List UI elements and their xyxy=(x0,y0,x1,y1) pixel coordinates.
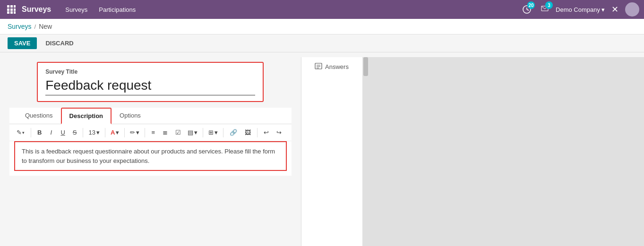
nav-surveys[interactable]: Surveys xyxy=(60,4,92,15)
company-dropdown-icon: ▾ xyxy=(601,6,605,13)
strikethrough-button[interactable]: S xyxy=(69,127,80,138)
scrollbar[interactable] xyxy=(362,57,644,246)
svg-rect-6 xyxy=(7,11,9,14)
font-color-dropdown-icon: ▾ xyxy=(116,129,119,136)
svg-rect-2 xyxy=(14,5,16,8)
nav-participations[interactable]: Participations xyxy=(94,4,140,15)
table-dropdown[interactable]: ⊞ ▾ xyxy=(206,127,220,137)
answers-label: Answers xyxy=(325,63,349,70)
italic-button[interactable]: I xyxy=(46,127,56,138)
form-area: Survey Title Questions Description Optio… xyxy=(0,57,301,246)
font-size-dropdown[interactable]: 13 ▾ xyxy=(86,127,102,137)
breadcrumb-separator: / xyxy=(34,23,36,30)
message-badge-button[interactable]: 3 xyxy=(538,2,552,17)
toolbar-separator-6 xyxy=(203,128,203,137)
highlight-dropdown-icon: ▾ xyxy=(136,129,139,136)
toolbar-separator-4 xyxy=(124,128,125,137)
tab-options[interactable]: Options xyxy=(112,108,149,124)
main-content: Survey Title Questions Description Optio… xyxy=(0,52,644,246)
top-navigation: Surveys Surveys Participations 20 3 Demo… xyxy=(0,0,644,19)
survey-title-card: Survey Title xyxy=(37,62,264,102)
redo-button[interactable]: ↪ xyxy=(273,127,285,138)
alignment-dropdown[interactable]: ▤ ▾ xyxy=(185,127,200,137)
toolbar-separator-8 xyxy=(257,128,258,137)
discard-button[interactable]: DISCARD xyxy=(41,37,78,49)
svg-rect-4 xyxy=(10,8,13,11)
user-avatar[interactable] xyxy=(625,2,639,17)
editor-text: This is a feedback request questionnaire… xyxy=(22,148,275,164)
font-color-icon: A xyxy=(111,129,115,136)
save-button[interactable]: SAVE xyxy=(8,37,37,49)
close-button[interactable]: ✕ xyxy=(609,3,621,16)
company-name: Demo Company xyxy=(556,6,600,13)
ordered-list-button[interactable]: ≣ xyxy=(159,127,171,138)
highlight-color-dropdown[interactable]: ✏ ▾ xyxy=(128,127,142,137)
svg-rect-5 xyxy=(14,8,16,11)
svg-line-11 xyxy=(527,9,529,10)
toolbar-separator-5 xyxy=(145,128,145,137)
checkbox-button[interactable]: ☑ xyxy=(172,127,184,138)
breadcrumb-link[interactable]: Surveys xyxy=(8,23,32,30)
toolbar-separator-1 xyxy=(31,128,31,137)
align-dropdown-icon: ▾ xyxy=(194,129,197,136)
svg-rect-1 xyxy=(10,5,13,8)
svg-rect-3 xyxy=(7,8,9,11)
tab-description[interactable]: Description xyxy=(61,108,112,124)
message-badge-count: 3 xyxy=(545,1,553,9)
table-dropdown-icon: ▾ xyxy=(215,129,218,136)
company-selector[interactable]: Demo Company ▾ xyxy=(556,6,605,13)
clock-badge-count: 20 xyxy=(527,1,535,9)
survey-title-label: Survey Title xyxy=(45,68,255,75)
answers-icon xyxy=(315,63,322,70)
svg-rect-8 xyxy=(14,11,16,14)
link-button[interactable]: 🔗 xyxy=(226,127,240,138)
format-brush-button[interactable]: ✎▾ xyxy=(13,127,28,138)
app-title: Surveys xyxy=(22,5,51,14)
svg-rect-0 xyxy=(7,5,9,8)
table-icon: ⊞ xyxy=(208,129,214,136)
toolbar-separator-3 xyxy=(105,128,105,137)
undo-button[interactable]: ↩ xyxy=(260,127,272,138)
scrollbar-thumb[interactable] xyxy=(363,57,368,76)
breadcrumb: Surveys / New xyxy=(0,19,644,34)
align-icon: ▤ xyxy=(188,129,193,136)
tabs-container: Questions Description Options ✎▾ B I U S xyxy=(9,108,292,176)
nav-menu: Surveys Participations xyxy=(60,4,140,15)
font-size-dropdown-icon: ▾ xyxy=(96,129,100,136)
svg-point-12 xyxy=(630,5,635,10)
action-bar: SAVE DISCARD xyxy=(0,34,644,52)
svg-rect-7 xyxy=(10,11,13,14)
tabs-row: Questions Description Options xyxy=(9,108,292,124)
font-color-dropdown[interactable]: A ▾ xyxy=(108,127,121,137)
grid-menu-icon[interactable] xyxy=(5,3,18,16)
bold-button[interactable]: B xyxy=(34,127,45,138)
image-button[interactable]: 🖼 xyxy=(241,127,254,138)
editor-toolbar: ✎▾ B I U S 13 ▾ A ▾ ✏ ▾ xyxy=(9,124,292,141)
toolbar-separator-2 xyxy=(83,128,83,137)
pencil-icon: ✏ xyxy=(130,129,135,136)
clock-badge-button[interactable]: 20 xyxy=(520,2,534,17)
editor-content-area[interactable]: This is a feedback request questionnaire… xyxy=(14,141,287,171)
unordered-list-button[interactable]: ≡ xyxy=(148,127,158,138)
underline-button[interactable]: U xyxy=(57,127,68,138)
survey-title-input[interactable] xyxy=(45,78,255,95)
tab-questions[interactable]: Questions xyxy=(17,108,61,124)
breadcrumb-current: New xyxy=(39,23,52,30)
toolbar-separator-7 xyxy=(223,128,223,137)
right-panel: Answers xyxy=(301,57,362,246)
topnav-right-area: 20 3 Demo Company ▾ ✕ xyxy=(520,2,639,17)
answers-tab[interactable]: Answers xyxy=(310,60,353,73)
